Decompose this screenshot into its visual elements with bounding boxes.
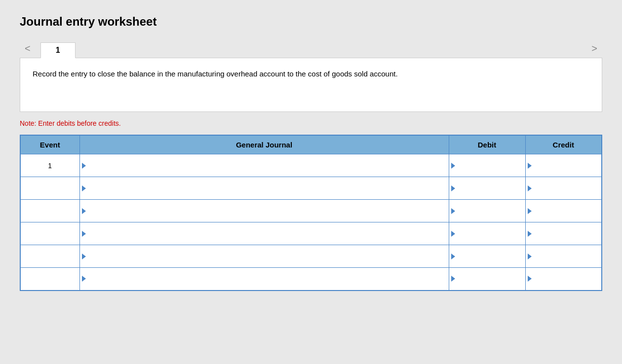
journal-input-4[interactable] <box>84 253 445 260</box>
tab-1[interactable]: 1 <box>40 42 76 58</box>
table-body: 1 <box>20 154 602 291</box>
journal-input-0[interactable] <box>84 162 445 170</box>
credit-cell-5[interactable] <box>525 268 602 291</box>
credit-arrow-icon-3 <box>528 231 532 237</box>
debit-input-0[interactable] <box>453 162 521 170</box>
journal-cell-3[interactable] <box>79 222 449 245</box>
debit-input-5[interactable] <box>453 275 521 283</box>
journal-input-2[interactable] <box>84 207 445 215</box>
credit-arrow-icon-0 <box>528 163 532 169</box>
header-credit: Credit <box>525 135 602 154</box>
journal-cell-4[interactable] <box>79 245 449 268</box>
credit-input-0[interactable] <box>530 162 598 170</box>
header-event: Event <box>20 135 79 154</box>
journal-cell-0[interactable] <box>79 154 449 177</box>
debit-arrow-icon-4 <box>451 254 455 259</box>
debit-arrow-icon-1 <box>451 185 455 191</box>
debit-input-2[interactable] <box>453 207 521 215</box>
nav-left-arrow[interactable]: < <box>20 38 36 58</box>
debit-cell-0[interactable] <box>449 154 525 177</box>
credit-cell-2[interactable] <box>525 200 602 222</box>
table-row <box>20 222 602 245</box>
debit-arrow-icon-5 <box>451 276 455 282</box>
journal-arrow-icon-0 <box>82 163 86 169</box>
header-general-journal: General Journal <box>79 135 449 154</box>
journal-arrow-icon-2 <box>82 208 86 214</box>
journal-arrow-icon-5 <box>82 276 86 282</box>
credit-input-4[interactable] <box>530 253 598 260</box>
journal-cell-5[interactable] <box>79 268 449 291</box>
event-cell-2 <box>20 200 79 222</box>
credit-input-3[interactable] <box>530 230 598 238</box>
credit-input-5[interactable] <box>530 275 598 283</box>
journal-arrow-icon-1 <box>82 185 86 191</box>
event-cell-0: 1 <box>20 154 79 177</box>
credit-cell-0[interactable] <box>525 154 602 177</box>
debit-input-1[interactable] <box>453 184 521 192</box>
credit-cell-3[interactable] <box>525 222 602 245</box>
event-cell-4 <box>20 245 79 268</box>
credit-cell-1[interactable] <box>525 177 602 200</box>
credit-arrow-icon-4 <box>528 254 532 259</box>
debit-input-4[interactable] <box>453 253 521 260</box>
credit-input-2[interactable] <box>530 207 598 215</box>
event-cell-1 <box>20 177 79 200</box>
table-row <box>20 200 602 222</box>
nav-right-arrow[interactable]: > <box>586 38 602 58</box>
header-debit: Debit <box>449 135 525 154</box>
tab-navigation: < 1 > <box>20 38 602 58</box>
journal-cell-1[interactable] <box>79 177 449 200</box>
credit-input-1[interactable] <box>530 184 598 192</box>
debit-cell-4[interactable] <box>449 245 525 268</box>
journal-cell-2[interactable] <box>79 200 449 222</box>
table-row <box>20 268 602 291</box>
debit-arrow-icon-2 <box>451 208 455 214</box>
journal-arrow-icon-3 <box>82 231 86 237</box>
credit-cell-4[interactable] <box>525 245 602 268</box>
note-text: Note: Enter debits before credits. <box>20 119 602 127</box>
debit-input-3[interactable] <box>453 230 521 238</box>
instruction-box: Record the entry to close the balance in… <box>20 58 602 112</box>
debit-arrow-icon-3 <box>451 231 455 237</box>
journal-input-1[interactable] <box>84 184 445 192</box>
table-row <box>20 245 602 268</box>
debit-cell-2[interactable] <box>449 200 525 222</box>
journal-table: Event General Journal Debit Credit 1 <box>20 135 602 291</box>
credit-arrow-icon-1 <box>528 185 532 191</box>
page-title: Journal entry worksheet <box>20 15 602 29</box>
event-cell-5 <box>20 268 79 291</box>
debit-cell-3[interactable] <box>449 222 525 245</box>
journal-input-5[interactable] <box>84 275 445 283</box>
journal-input-3[interactable] <box>84 230 445 238</box>
journal-arrow-icon-4 <box>82 254 86 259</box>
table-row: 1 <box>20 154 602 177</box>
debit-cell-5[interactable] <box>449 268 525 291</box>
debit-cell-1[interactable] <box>449 177 525 200</box>
credit-arrow-icon-5 <box>528 276 532 282</box>
debit-arrow-icon-0 <box>451 163 455 169</box>
credit-arrow-icon-2 <box>528 208 532 214</box>
table-header: Event General Journal Debit Credit <box>20 135 602 154</box>
event-cell-3 <box>20 222 79 245</box>
table-row <box>20 177 602 200</box>
instruction-text: Record the entry to close the balance in… <box>33 68 589 80</box>
